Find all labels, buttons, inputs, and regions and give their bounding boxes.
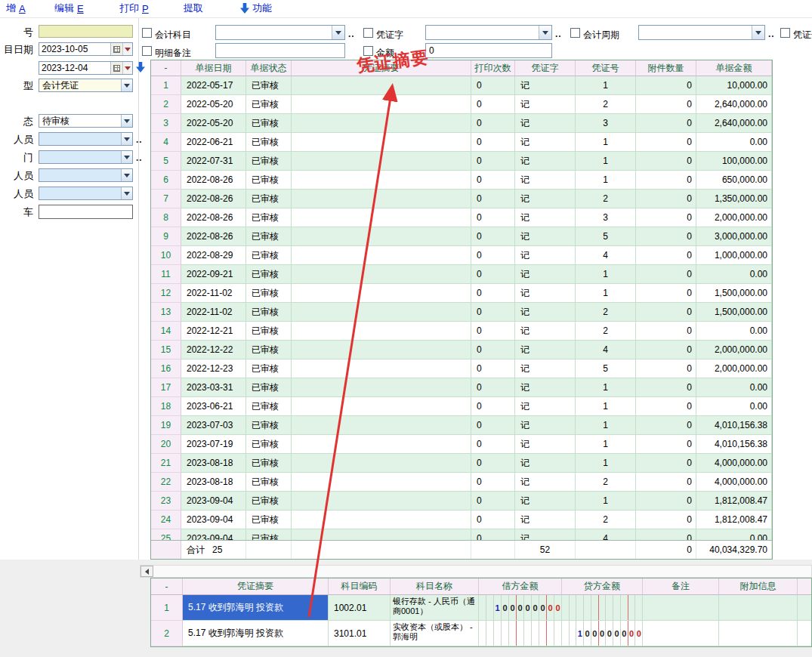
voucher-row[interactable]: 232023-09-04已审核0记101,812,008.47 (151, 492, 772, 510)
date-to-dropdown-button[interactable] (122, 62, 132, 74)
detail-col-header[interactable]: 科目名称 (391, 578, 479, 595)
voucher-word-select[interactable] (425, 25, 552, 40)
print-button[interactable]: 打印P (119, 2, 149, 15)
note-cell[interactable] (643, 595, 719, 621)
voucher-row[interactable]: 122022-11-02已审核0记101,500,000.00 (151, 284, 772, 303)
add-button[interactable]: 增A (6, 2, 26, 15)
debit-amount-cell[interactable]: 100000000 (479, 595, 562, 621)
amount-checkbox[interactable] (363, 46, 373, 56)
summary-cell[interactable]: 5.17 收到郭海明 投资款 (183, 621, 329, 646)
voucher-row[interactable]: 152022-12-22已审核0记402,000,000.00 (151, 341, 772, 359)
voucher-row[interactable]: 202023-07-19已审核0记104,010,156.38 (151, 435, 772, 454)
dropdown-button[interactable] (121, 169, 132, 181)
voucher-row[interactable]: 182023-06-21已审核0记100.00 (151, 397, 772, 416)
keyword-input[interactable] (39, 205, 133, 219)
person-select-2[interactable] (39, 168, 133, 182)
person-select-1[interactable] (39, 132, 133, 146)
apply-date-icon[interactable] (136, 62, 145, 75)
voucher-row[interactable]: 242023-09-04已审核0记201,812,008.47 (151, 510, 772, 529)
voucher-row[interactable]: 212023-08-18已审核0记104,000,000.00 (151, 454, 772, 473)
dropdown-button[interactable] (752, 26, 764, 39)
voucher-row[interactable]: 12022-05-17已审核0记1010,000.00 (151, 76, 772, 95)
detail-col-header[interactable]: 凭证摘要 (183, 578, 329, 595)
browse-dots[interactable]: .. (348, 29, 355, 39)
detail-col-header[interactable]: 当 (798, 578, 812, 595)
main-col-header[interactable]: 打印次数 (471, 60, 515, 76)
note-cell[interactable] (643, 621, 719, 646)
main-col-header[interactable]: 附件数量 (636, 60, 696, 76)
detail-col-header[interactable]: 备注 (643, 578, 719, 595)
account-name-cell[interactable]: 银行存款 - 人民币（通商0001） (391, 595, 479, 621)
doc-no-input[interactable] (39, 25, 133, 38)
extra-info-cell[interactable] (719, 621, 798, 646)
voucher-row[interactable]: 32022-05-20已审核0记302,640,000.00 (151, 114, 772, 133)
accounting-period-checkbox[interactable] (570, 28, 580, 38)
voucher-row[interactable]: 172023-03-31已审核0记100.00 (151, 378, 772, 397)
horizontal-scrollbar[interactable] (140, 565, 812, 578)
date-from-dropdown-button[interactable] (122, 43, 132, 55)
account-code-cell[interactable]: 1002.01 (329, 595, 391, 621)
voucher-row[interactable]: 92022-08-26已审核0记503,000,000.00 (151, 227, 772, 246)
credit-amount-cell[interactable]: 100000000 (562, 621, 643, 646)
detail-col-header[interactable]: 附加信息 (719, 578, 798, 595)
edit-button[interactable]: 编辑E (54, 2, 84, 15)
voucher-row[interactable]: 22022-05-20已审核0记202,640,000.00 (151, 95, 772, 114)
dropdown-button[interactable] (121, 115, 132, 127)
voucher-row[interactable]: 112022-09-21已审核0记100.00 (151, 265, 772, 284)
account-name-cell[interactable]: 实收资本（或股本） - 郭海明 (391, 621, 479, 646)
main-col-header[interactable]: 单据日期 (181, 60, 246, 76)
browse-dots[interactable]: .. (136, 134, 143, 145)
account-code-cell[interactable]: 3101.01 (329, 621, 391, 646)
main-col-header[interactable]: 凭证摘要 (292, 60, 471, 76)
detail-note-input[interactable] (215, 43, 345, 58)
detail-col-header[interactable]: 借方金额 (479, 578, 562, 595)
voucher-row[interactable]: 222023-08-18已审核0记204,000,000.00 (151, 473, 772, 492)
voucher-row[interactable]: 102022-08-29已审核0记401,000,000.00 (151, 246, 772, 265)
scroll-left-button[interactable] (140, 566, 153, 577)
entry-row[interactable]: 15.17 收到郭海明 投资款1002.01银行存款 - 人民币（通商0001）… (151, 595, 812, 621)
date-from-input[interactable]: 2023-10-05 (39, 42, 133, 56)
dropdown-button[interactable] (332, 26, 344, 39)
voucher-row[interactable]: 142022-12-21已审核0记200.00 (151, 322, 772, 341)
date-to-input[interactable]: 2023-12-04 (39, 61, 133, 75)
voucher-row[interactable]: 52022-07-31已审核0记10100,000.00 (151, 152, 772, 171)
dropdown-button[interactable] (121, 187, 132, 199)
voucher-row[interactable]: 252023-09-04已审核0记400.00 (151, 529, 772, 540)
voucher-row[interactable]: 132022-11-02已审核0记201,500,000.00 (151, 303, 772, 322)
main-col-header[interactable]: 凭证号 (576, 60, 636, 76)
account-subject-checkbox[interactable] (142, 28, 152, 38)
voucher-word-checkbox[interactable] (363, 28, 373, 38)
summary-cell[interactable]: 5.17 收到郭海明 投资款 (183, 595, 329, 621)
credit-amount-cell[interactable] (562, 595, 643, 621)
function-button[interactable]: 功能 (240, 2, 272, 15)
accounting-period-select[interactable] (638, 25, 765, 40)
dropdown-button[interactable] (121, 151, 132, 163)
entry-row[interactable]: 25.17 收到郭海明 投资款3101.01实收资本（或股本） - 郭海明100… (151, 621, 812, 646)
detail-col-header[interactable]: 贷方金额 (562, 578, 643, 595)
account-subject-select[interactable] (215, 25, 345, 40)
dropdown-button[interactable] (539, 26, 551, 39)
browse-dots[interactable]: .. (768, 29, 775, 39)
calendar-icon[interactable] (110, 62, 122, 74)
main-col-header[interactable]: 凭证字 (515, 60, 576, 76)
voucher-no-checkbox[interactable] (780, 28, 790, 38)
voucher-row[interactable]: 42022-06-21已审核0记100.00 (151, 133, 772, 152)
department-select[interactable] (39, 150, 133, 164)
dropdown-button[interactable] (121, 79, 132, 91)
clipped-cell[interactable] (798, 621, 812, 646)
voucher-type-select[interactable]: 会计凭证 (39, 79, 133, 92)
voucher-row[interactable]: 162022-12-23已审核0记502,000,000.00 (151, 359, 772, 378)
main-col-header[interactable]: - (151, 60, 181, 76)
detail-col-header[interactable]: - (151, 578, 183, 595)
person-select-3[interactable] (39, 187, 133, 200)
detail-col-header[interactable]: 科目编码 (329, 578, 391, 595)
calendar-icon[interactable] (110, 43, 122, 55)
extra-info-cell[interactable] (719, 595, 798, 621)
detail-note-checkbox[interactable] (142, 46, 152, 56)
extract-button[interactable]: 提取 (184, 2, 203, 15)
debit-amount-cell[interactable] (479, 621, 562, 646)
voucher-row[interactable]: 82022-08-26已审核0记302,000,000.00 (151, 208, 772, 227)
amount-input[interactable]: 0 (425, 43, 552, 58)
voucher-row[interactable]: 72022-08-26已审核0记201,350,000.00 (151, 190, 772, 208)
voucher-row[interactable]: 62022-08-26已审核0记10650,000.00 (151, 171, 772, 190)
